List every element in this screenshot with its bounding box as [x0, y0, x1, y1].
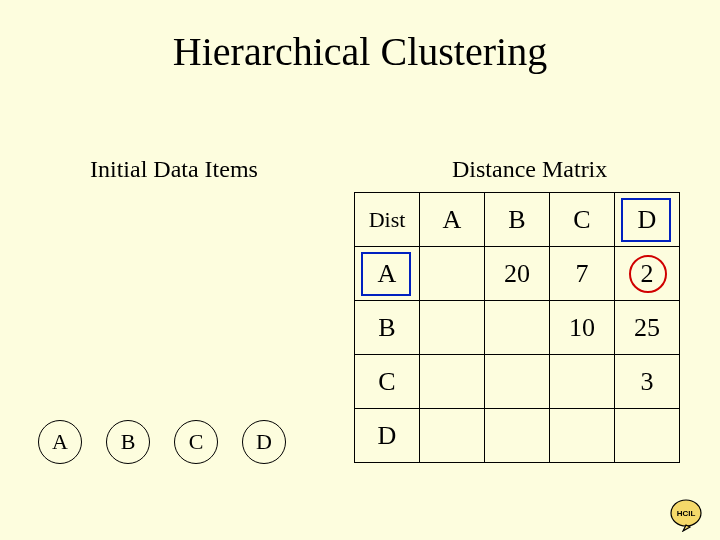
matrix-cell: [485, 355, 550, 409]
highlight-row-a: [361, 252, 411, 296]
data-items-row: A B C D: [38, 420, 286, 464]
data-item: A: [38, 420, 82, 464]
highlight-min-circle: [629, 255, 667, 293]
subtitle-distance-matrix: Distance Matrix: [452, 156, 607, 183]
matrix-cell: [485, 409, 550, 463]
matrix-col-header: D: [615, 193, 680, 247]
data-item: B: [106, 420, 150, 464]
matrix-cell: [485, 301, 550, 355]
matrix-cell: [420, 247, 485, 301]
hcil-logo: HCIL: [666, 498, 710, 532]
data-item: C: [174, 420, 218, 464]
logo-text: HCIL: [677, 509, 696, 518]
matrix-col-header: C: [550, 193, 615, 247]
matrix-cell: [420, 355, 485, 409]
matrix-cell: [420, 409, 485, 463]
subtitle-initial-items: Initial Data Items: [90, 156, 258, 183]
matrix-row-header: B: [355, 301, 420, 355]
data-item: D: [242, 420, 286, 464]
matrix-cell: [420, 301, 485, 355]
matrix-cell: 10: [550, 301, 615, 355]
matrix-cell: 2: [615, 247, 680, 301]
matrix-cell: [550, 355, 615, 409]
matrix-cell: 25: [615, 301, 680, 355]
matrix-cell: [615, 409, 680, 463]
highlight-col-d: [621, 198, 671, 242]
distance-matrix: Dist A B C D A 20 7 2 B 10 25 C 3 D: [354, 192, 680, 463]
matrix-col-header: A: [420, 193, 485, 247]
page-title: Hierarchical Clustering: [0, 28, 720, 75]
matrix-row-header: A: [355, 247, 420, 301]
matrix-cell: 20: [485, 247, 550, 301]
matrix-row-header: C: [355, 355, 420, 409]
matrix-cell: 3: [615, 355, 680, 409]
matrix-col-header: B: [485, 193, 550, 247]
matrix-row-header: D: [355, 409, 420, 463]
matrix-cell: [550, 409, 615, 463]
matrix-corner: Dist: [355, 193, 420, 247]
matrix-cell: 7: [550, 247, 615, 301]
